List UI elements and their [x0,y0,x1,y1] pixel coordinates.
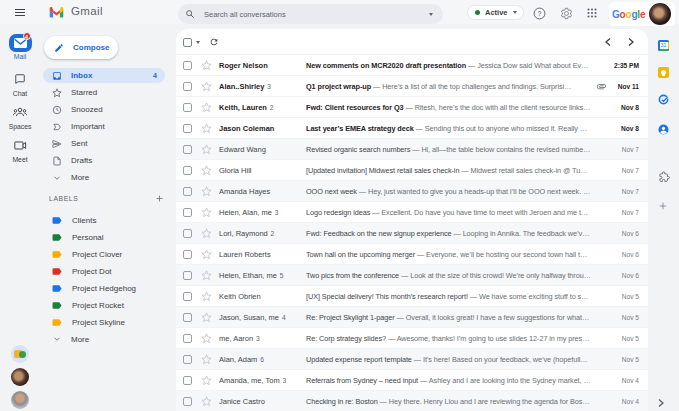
svg-text:?: ? [538,10,542,17]
